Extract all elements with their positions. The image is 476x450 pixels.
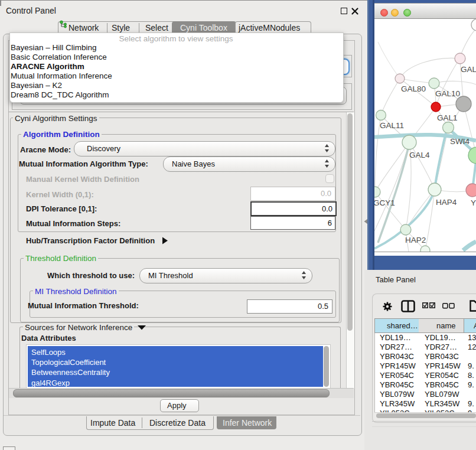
svg-text:Y: Y [471, 198, 476, 207]
svg-text:HAP4: HAP4 [436, 198, 457, 207]
svg-text:GAL80: GAL80 [401, 84, 426, 93]
svg-text:GAL11: GAL11 [380, 121, 404, 130]
svg-text:HAP2: HAP2 [405, 236, 426, 244]
svg-text:GCY1: GCY1 [374, 198, 395, 207]
svg-text:GAL1: GAL1 [437, 113, 458, 122]
svg-text:GAL: GAL [461, 65, 476, 74]
svg-text:SWI4: SWI4 [450, 137, 470, 146]
svg-text:GAL10: GAL10 [435, 89, 460, 98]
svg-text:GAL4: GAL4 [409, 151, 430, 159]
